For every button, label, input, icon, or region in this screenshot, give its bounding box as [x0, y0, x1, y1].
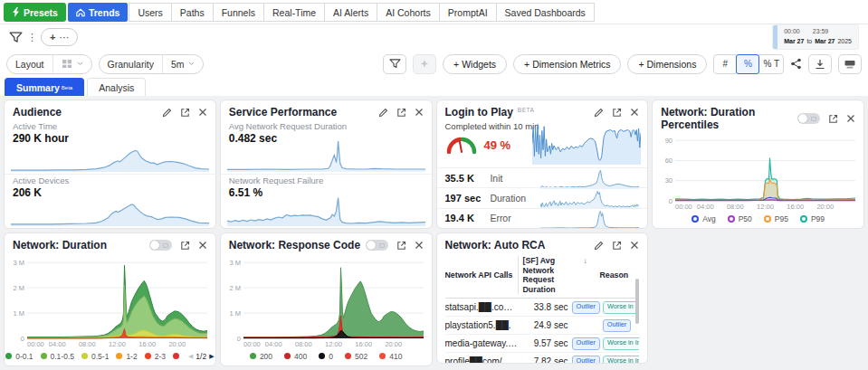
granularity-select[interactable]: 5m: [162, 55, 204, 73]
close-icon[interactable]: [630, 241, 639, 250]
svg-text:04:00: 04:00: [49, 340, 66, 348]
nav-tab-trends[interactable]: Trends: [68, 3, 128, 22]
close-icon[interactable]: [198, 108, 207, 117]
table-row[interactable]: playstation5.██.24.9 secOutlier: [445, 317, 640, 335]
rca-table: Network API Calls [SF] Avg Network Reque…: [445, 253, 640, 363]
completed-sparkline[interactable]: [532, 121, 641, 165]
column-header-api-calls[interactable]: Network API Calls: [445, 270, 518, 280]
add-widgets-button[interactable]: + Widgets: [443, 54, 507, 74]
format-percent-button[interactable]: %: [736, 54, 759, 74]
column-header-reason[interactable]: Reason: [587, 270, 640, 280]
expand-icon[interactable]: [612, 241, 622, 251]
legend-item[interactable]: 502: [345, 352, 367, 361]
legend-item[interactable]: 0.1-0.5: [41, 352, 74, 361]
close-icon[interactable]: [198, 241, 207, 250]
chart-mode-toggle[interactable]: [797, 113, 820, 124]
toolbar: Layout Granularity 5m + Widgets + Dimens…: [0, 50, 868, 78]
legend-item[interactable]: 200: [250, 352, 272, 361]
pager-prev-icon[interactable]: ◀: [188, 353, 193, 360]
dashboard-board: Audience Active Time 290 K hour Active D…: [0, 96, 868, 370]
edit-icon[interactable]: [162, 108, 172, 118]
edit-icon[interactable]: [378, 108, 388, 118]
download-button[interactable]: [808, 54, 832, 74]
duration-sparkline[interactable]: [540, 187, 639, 209]
share-button[interactable]: [790, 58, 802, 70]
table-scrollbar[interactable]: [635, 279, 639, 324]
card-response-code: Network: Response Code 01 M2 M3 M00:0004…: [220, 232, 433, 366]
nav-tab-paths[interactable]: Paths: [171, 3, 214, 22]
nav-tab-users[interactable]: Users: [129, 3, 171, 22]
nav-tab-real-time[interactable]: Real-Time: [263, 3, 325, 22]
response-code-chart[interactable]: 01 M2 M3 M00:0004:0008:0012:0016:0020:00: [225, 253, 427, 348]
init-sparkline[interactable]: [540, 167, 639, 189]
legend-item[interactable]: Avg: [692, 214, 716, 223]
request-duration-sparkline[interactable]: [227, 138, 425, 172]
legend-item[interactable]: 400: [284, 352, 307, 361]
legend-item[interactable]: 410: [379, 352, 402, 361]
legend-item[interactable]: 0: [319, 352, 333, 361]
pager-next-icon[interactable]: ▶: [209, 353, 214, 360]
percentiles-legend: AvgP50P95P99: [653, 211, 863, 228]
legend-item[interactable]: 1-2: [116, 352, 137, 361]
layout-select[interactable]: [52, 55, 91, 73]
presets-button[interactable]: Presets: [4, 3, 66, 22]
expand-icon[interactable]: [828, 114, 838, 124]
legend-swatch: [116, 353, 122, 359]
expand-icon[interactable]: [396, 108, 406, 118]
card-network-duration: Network: Duration 01 M2 M3 M00:0004:0008…: [4, 232, 216, 366]
tab-analysis[interactable]: Analysis: [87, 78, 146, 96]
nav-tab-saved-dashboards[interactable]: Saved Dashboards: [496, 3, 595, 22]
legend-item[interactable]: P50: [728, 214, 752, 223]
chart-mode-toggle[interactable]: [366, 240, 388, 251]
percentiles-chart[interactable]: 030609000:0004:0008:0012:0016:0020:00: [657, 133, 859, 211]
nav-tab-ai-alerts[interactable]: AI Alerts: [324, 3, 377, 22]
edit-icon[interactable]: [594, 241, 604, 251]
svg-text:1 M: 1 M: [229, 309, 241, 318]
expand-icon[interactable]: [180, 108, 190, 118]
filter-funnel-icon[interactable]: [9, 32, 23, 43]
close-icon[interactable]: [415, 108, 424, 117]
network-duration-chart[interactable]: 01 M2 M3 M00:0004:0008:0012:0016:0020:00: [9, 253, 211, 348]
table-row[interactable]: profile██com/…7.82 secOutlierWorse in Im…: [445, 353, 640, 363]
legend-item[interactable]: 0-0.1: [5, 352, 33, 361]
card-title: Audience: [13, 106, 62, 119]
legend-item[interactable]: P99: [800, 214, 825, 223]
presentation-button[interactable]: [838, 54, 862, 74]
add-dimensions-button[interactable]: + Dimensions: [627, 54, 707, 74]
legend-item[interactable]: 0.5-1: [81, 352, 109, 361]
end-time: 23:59: [813, 27, 829, 37]
filter-kebab-icon[interactable]: ⋮: [27, 32, 36, 43]
add-dimension-metrics-button[interactable]: + Dimension Metrics: [513, 54, 621, 74]
card-title: Service Performance: [229, 106, 337, 119]
request-failure-sparkline[interactable]: [227, 192, 425, 226]
close-icon[interactable]: [630, 108, 639, 117]
nav-tab-ai-cohorts[interactable]: AI Cohorts: [377, 3, 440, 22]
legend-item[interactable]: [173, 353, 179, 359]
expand-icon[interactable]: [180, 241, 190, 251]
nav-tab-promptai[interactable]: PromptAI: [439, 3, 497, 22]
format-percent-total-button[interactable]: % T: [758, 54, 784, 74]
add-filter-button[interactable]: + ⋯: [41, 28, 78, 46]
widget-filter-button[interactable]: [383, 54, 406, 74]
error-sparkline[interactable]: [540, 207, 639, 229]
nav-tab-funnels[interactable]: Funnels: [213, 3, 264, 22]
svg-text:2 M: 2 M: [13, 284, 24, 292]
expand-icon[interactable]: [396, 241, 406, 251]
expand-icon[interactable]: [612, 108, 622, 118]
legend-item[interactable]: P95: [764, 214, 788, 223]
tab-summary[interactable]: SummaryBeta: [5, 78, 84, 96]
sort-desc-icon[interactable]: ↓: [584, 257, 587, 266]
active-time-sparkline[interactable]: [11, 138, 209, 172]
column-header-duration[interactable]: [SF] Avg Network Request Duration ↓: [518, 256, 587, 294]
chart-mode-toggle[interactable]: [149, 240, 172, 251]
insights-button[interactable]: [413, 54, 436, 74]
table-row[interactable]: media-gateway.…9.57 secOutlierWorse in I…: [445, 335, 640, 353]
edit-icon[interactable]: [594, 108, 604, 118]
active-devices-sparkline[interactable]: [11, 192, 209, 226]
legend-item[interactable]: 2-3: [145, 352, 166, 361]
close-icon[interactable]: [846, 114, 855, 123]
close-icon[interactable]: [415, 241, 424, 250]
format-number-button[interactable]: #: [713, 54, 737, 74]
table-row[interactable]: statsapi.██.co…33.8 secOutlierWorse in I…: [445, 299, 640, 317]
date-range-picker[interactable]: 00:00 23:59 Mar 27 to Mar 27 2025: [772, 24, 859, 50]
